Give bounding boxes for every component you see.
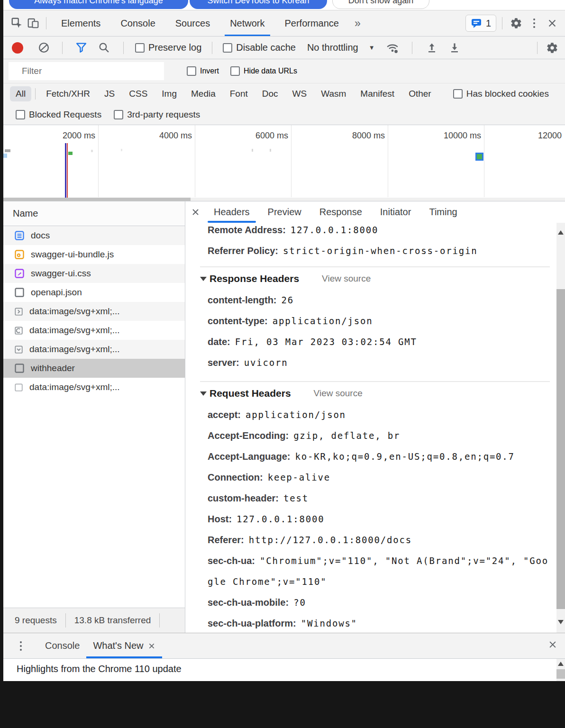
response-header-line: content-length:26 (208, 290, 550, 311)
close-details-icon[interactable] (186, 208, 205, 217)
chip-css[interactable]: CSS (123, 86, 153, 101)
request-bar[interactable] (68, 152, 73, 155)
chip-media[interactable]: Media (185, 86, 221, 101)
request-row-openapi-json[interactable]: openapi.json (3, 283, 185, 302)
throttling-select[interactable]: No throttling▼ (307, 42, 375, 53)
disable-cache-checkbox[interactable] (223, 43, 232, 53)
record-icon[interactable] (12, 42, 23, 54)
request-row-docs[interactable]: docs (3, 226, 185, 245)
tab-timing[interactable]: Timing (420, 201, 466, 223)
filter-funnel-icon[interactable] (73, 40, 89, 56)
view-source-link[interactable]: View source (314, 388, 363, 399)
scrollbar-thumb[interactable] (3, 198, 191, 201)
request-row-css[interactable]: swagger-ui.css (3, 264, 185, 283)
tab-sources[interactable]: Sources (165, 10, 220, 36)
scroll-down-icon[interactable] (558, 620, 564, 624)
drawer-tab-console[interactable]: Console (38, 633, 86, 658)
has-blocked-cookies-checkbox[interactable] (453, 89, 463, 99)
request-name: swagger-ui-bundle.js (31, 249, 114, 260)
details-tabbar: Headers Preview Response Initiator Timin… (186, 201, 565, 223)
import-har-icon[interactable] (424, 40, 440, 56)
timeline-tick: 4000 ms (159, 131, 192, 141)
document-icon (15, 231, 24, 240)
hide-data-urls-label: Hide data URLs (244, 67, 297, 75)
file-icon (15, 383, 23, 391)
dont-show-again-button[interactable]: Don't show again (332, 0, 429, 9)
close-devtools-icon[interactable] (544, 15, 560, 31)
request-row-withheader-selected[interactable]: withheader (3, 359, 185, 378)
tab-response[interactable]: Response (310, 201, 371, 223)
issues-counter-button[interactable]: 1 (465, 15, 496, 32)
export-har-icon[interactable] (447, 40, 463, 56)
chip-other[interactable]: Other (403, 86, 437, 101)
settings-gear-icon[interactable] (508, 15, 524, 31)
scrollbar-thumb[interactable] (556, 289, 565, 609)
details-scrollbar[interactable] (556, 223, 565, 633)
scroll-up-icon[interactable] (558, 230, 564, 235)
request-filters-row2: Blocked Requests 3rd-party requests (3, 104, 565, 125)
hide-data-urls-checkbox[interactable] (230, 66, 240, 76)
request-row-svg-2[interactable]: data:image/svg+xml;... (3, 321, 185, 340)
name-column-header[interactable]: Name (3, 201, 185, 226)
close-tab-icon[interactable] (148, 642, 155, 650)
tab-performance[interactable]: Performance (275, 10, 349, 36)
chip-fetch-xhr[interactable]: Fetch/XHR (40, 86, 96, 101)
drawer-tab-whats-new[interactable]: What's New (86, 633, 162, 658)
close-drawer-icon[interactable] (548, 640, 557, 652)
request-name: swagger-ui.css (31, 268, 91, 279)
filter-input[interactable] (9, 62, 164, 80)
more-tabs-icon[interactable]: » (349, 17, 366, 30)
network-settings-gear-icon[interactable] (544, 40, 560, 56)
request-row-svg-1[interactable]: data:image/svg+xml;... (3, 302, 185, 321)
disclosure-triangle-icon (200, 277, 207, 281)
selected-request-marker[interactable] (475, 153, 483, 161)
network-main-area: Name docs swagger-ui-bundle.js swagger-u… (3, 201, 565, 633)
request-header-line: accept:application/json (208, 405, 550, 426)
preserve-log-checkbox[interactable] (135, 43, 145, 53)
scroll-up-icon[interactable] (558, 662, 564, 666)
feedback-bubble-icon (471, 18, 482, 29)
drawer-scrollbar[interactable] (556, 659, 565, 681)
view-source-link[interactable]: View source (322, 273, 371, 284)
switch-devtools-language-button[interactable]: Switch DevTools to Korean (190, 0, 327, 9)
network-conditions-icon[interactable] (384, 40, 401, 56)
tab-elements[interactable]: Elements (51, 10, 110, 36)
chip-all[interactable]: All (10, 86, 31, 101)
network-overview-timeline[interactable]: 2000 ms 4000 ms 6000 ms 8000 ms 10000 ms… (3, 125, 565, 201)
scrollbar-thumb[interactable] (556, 669, 565, 679)
tab-initiator[interactable]: Initiator (371, 201, 420, 223)
chip-ws[interactable]: WS (287, 86, 313, 101)
request-row-svg-3[interactable]: data:image/svg+xml;... (3, 340, 185, 359)
request-row-bundle-js[interactable]: swagger-ui-bundle.js (3, 245, 185, 264)
blocked-requests-checkbox[interactable] (16, 110, 25, 119)
customize-devtools-icon[interactable] (528, 18, 540, 28)
tab-network[interactable]: Network (220, 10, 274, 36)
response-headers-section[interactable]: Response Headers View source (200, 266, 550, 284)
inspect-element-icon[interactable] (9, 15, 25, 31)
timeline-scrollbar[interactable] (3, 198, 565, 201)
chip-img[interactable]: Img (156, 86, 182, 101)
preserve-log-label: Preserve log (148, 42, 201, 53)
drawer-menu-icon[interactable] (15, 641, 27, 651)
tab-console[interactable]: Console (110, 10, 165, 36)
stylesheet-icon (15, 269, 24, 278)
request-name: withheader (31, 363, 75, 373)
chip-doc[interactable]: Doc (256, 86, 284, 101)
third-party-requests-checkbox[interactable] (114, 110, 123, 119)
request-bar[interactable] (5, 149, 10, 152)
clear-icon[interactable] (36, 40, 52, 56)
match-language-button[interactable]: Always match Chrome's language (9, 0, 188, 9)
request-bar[interactable] (3, 154, 7, 158)
device-toolbar-icon[interactable] (25, 15, 41, 31)
invert-checkbox[interactable] (187, 66, 196, 76)
chip-wasm[interactable]: Wasm (315, 86, 352, 101)
chip-js[interactable]: JS (99, 86, 120, 101)
search-icon[interactable] (96, 40, 112, 56)
chip-manifest[interactable]: Manifest (355, 86, 400, 101)
tab-headers[interactable]: Headers (205, 201, 259, 223)
request-details-panel: Headers Preview Response Initiator Timin… (186, 201, 565, 633)
request-row-svg-4[interactable]: data:image/svg+xml;... (3, 378, 185, 397)
chip-font[interactable]: Font (224, 86, 254, 101)
request-headers-section[interactable]: Request Headers View source (200, 381, 550, 399)
tab-preview[interactable]: Preview (259, 201, 310, 223)
